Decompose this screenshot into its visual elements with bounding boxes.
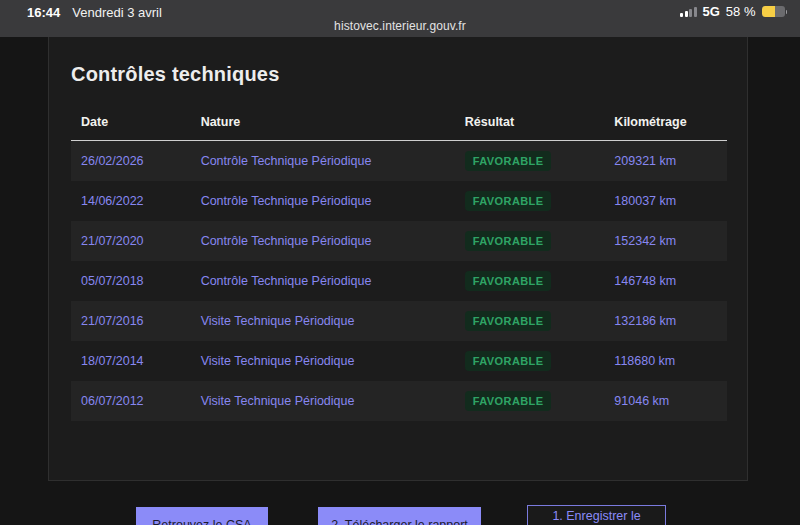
- table-row: 05/07/2018 Contrôle Technique Périodique…: [71, 261, 727, 301]
- inspection-kilometrage: 132186 km: [604, 314, 727, 328]
- inspections-table: Date Nature Résultat Kilométrage 26/02/2…: [71, 104, 727, 421]
- action-button-2[interactable]: 1. Enregistrer le rapport: [527, 505, 666, 525]
- status-badge: FAVORABLE: [465, 351, 552, 371]
- inspection-kilometrage: 209321 km: [604, 154, 727, 168]
- status-badge: FAVORABLE: [465, 311, 552, 331]
- inspection-kilometrage: 146748 km: [604, 274, 727, 288]
- table-header-row: Date Nature Résultat Kilométrage: [71, 104, 727, 141]
- inspection-nature: Visite Technique Périodique: [191, 394, 455, 408]
- table-body: 26/02/2026 Contrôle Technique Périodique…: [71, 141, 727, 421]
- inspection-nature: Contrôle Technique Périodique: [191, 154, 455, 168]
- status-badge: FAVORABLE: [465, 231, 552, 251]
- status-badge: FAVORABLE: [465, 271, 552, 291]
- header-kilometrage: Kilométrage: [604, 115, 727, 129]
- table-row: 18/07/2014 Visite Technique Périodique F…: [71, 341, 727, 381]
- inspection-date: 26/02/2026: [71, 154, 191, 168]
- cellular-signal-icon: [680, 7, 697, 17]
- action-button-0[interactable]: Retrouvez le CSA: [136, 507, 268, 525]
- header-nature: Nature: [191, 115, 455, 129]
- inspection-date: 06/07/2012: [71, 394, 191, 408]
- inspection-kilometrage: 152342 km: [604, 234, 727, 248]
- clock: 16:44: [27, 5, 60, 20]
- table-row: 26/02/2026 Contrôle Technique Périodique…: [71, 141, 727, 181]
- inspection-nature: Contrôle Technique Périodique: [191, 274, 455, 288]
- inspection-date: 21/07/2020: [71, 234, 191, 248]
- table-row: 21/07/2020 Contrôle Technique Périodique…: [71, 221, 727, 261]
- status-badge: FAVORABLE: [465, 391, 552, 411]
- battery-percent-label: 58 %: [726, 4, 756, 19]
- status-badge: FAVORABLE: [465, 151, 552, 171]
- network-type-label: 5G: [703, 4, 720, 19]
- inspection-kilometrage: 118680 km: [604, 354, 727, 368]
- address-bar[interactable]: histovec.interieur.gouv.fr: [0, 19, 800, 33]
- table-row: 21/07/2016 Visite Technique Périodique F…: [71, 301, 727, 341]
- inspection-nature: Visite Technique Périodique: [191, 354, 455, 368]
- content-card: Contrôles techniques Date Nature Résulta…: [48, 37, 748, 481]
- inspection-date: 14/06/2022: [71, 194, 191, 208]
- inspection-nature: Contrôle Technique Périodique: [191, 234, 455, 248]
- status-bar: 16:44 Vendredi 3 avril histovec.interieu…: [0, 0, 800, 37]
- inspection-date: 18/07/2014: [71, 354, 191, 368]
- table-row: 14/06/2022 Contrôle Technique Périodique…: [71, 181, 727, 221]
- status-date: Vendredi 3 avril: [72, 5, 162, 20]
- inspection-date: 21/07/2016: [71, 314, 191, 328]
- actions-bar: Retrouvez le CSA 2. Télécharger le rappo…: [0, 507, 800, 525]
- page-title: Contrôles techniques: [71, 63, 747, 86]
- header-date: Date: [71, 115, 191, 129]
- status-badge: FAVORABLE: [465, 191, 552, 211]
- inspection-kilometrage: 180037 km: [604, 194, 727, 208]
- inspection-nature: Contrôle Technique Périodique: [191, 194, 455, 208]
- inspection-date: 05/07/2018: [71, 274, 191, 288]
- header-resultat: Résultat: [455, 115, 605, 129]
- inspection-nature: Visite Technique Périodique: [191, 314, 455, 328]
- inspection-kilometrage: 91046 km: [604, 394, 727, 408]
- battery-icon: [762, 6, 788, 17]
- table-row: 06/07/2012 Visite Technique Périodique F…: [71, 381, 727, 421]
- action-button-1[interactable]: 2. Télécharger le rapport: [318, 507, 481, 525]
